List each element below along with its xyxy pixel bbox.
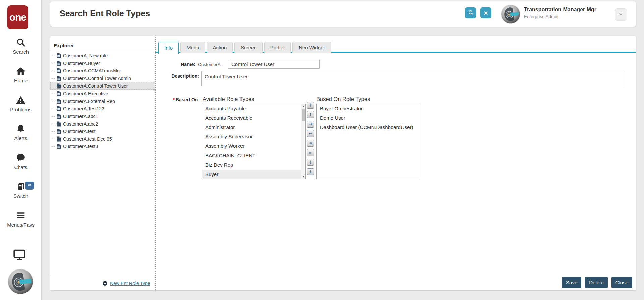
tree-item[interactable]: CustomerA.Test123 [50, 105, 155, 113]
sidebar-item-label: Chats [14, 164, 27, 170]
sidebar-item-menus-favs[interactable]: Menus/Favs [0, 210, 42, 231]
sidebar-item-home[interactable]: Home [0, 66, 42, 87]
move-down-button[interactable]: ↓ [307, 159, 314, 166]
save-button[interactable]: Save [562, 277, 581, 288]
tree-item[interactable]: CustomerA.test-Dec 05 [50, 135, 155, 143]
tree-item[interactable]: CustomerA.test3 [50, 143, 155, 151]
page-header: Search Ent Role Types × Transportation M… [50, 1, 636, 27]
tree-item[interactable]: CustomerA.test [50, 128, 155, 135]
search-icon [15, 37, 26, 48]
sidebar-item-search[interactable]: Search [0, 37, 42, 58]
document-icon [56, 144, 61, 149]
available-role-item[interactable]: Assembly Supervisor [202, 132, 301, 141]
sidebar-item-label: Problems [10, 107, 31, 112]
move-all-right-button[interactable]: ↠ [307, 140, 314, 147]
close-page-button[interactable]: × [480, 7, 491, 18]
sidebar-item-problems[interactable]: Problems [0, 95, 42, 116]
document-icon [56, 91, 61, 96]
tree-item[interactable]: CustomerA.Executive [50, 90, 155, 98]
new-link-label[interactable]: New Ent Role Type [110, 281, 150, 286]
based-on-role-item[interactable]: Demo User [317, 113, 419, 123]
tree-connector [52, 146, 55, 147]
sidebar-item-label: Alerts [14, 135, 27, 141]
tree-connector [52, 131, 55, 132]
page-title: Search Ent Role Types [60, 9, 150, 18]
available-role-item[interactable]: Accounts Receivable [202, 113, 301, 123]
tab-menu[interactable]: Menu [180, 42, 205, 53]
description-label: Description: [164, 73, 199, 79]
chats-icon [15, 152, 26, 163]
list-scrollbar[interactable]: ▲ ▼ [301, 104, 305, 179]
tree-item[interactable]: CustomerA.abc2 [50, 120, 155, 128]
available-role-item[interactable]: Buyer [202, 170, 301, 179]
switch-badge[interactable] [25, 182, 34, 190]
tree-connector [52, 124, 55, 124]
close-button[interactable]: Close [611, 277, 632, 288]
tab-info[interactable]: Info [158, 42, 179, 54]
tree-connector [52, 139, 55, 139]
tab-portlet[interactable]: Portlet [264, 42, 291, 53]
scroll-down-icon[interactable]: ▼ [301, 174, 306, 179]
available-role-types-list: Accounts PayableAccounts ReceivableAdmin… [202, 104, 306, 179]
document-icon [56, 106, 61, 111]
tree-item-label: CustomerA.abc2 [63, 121, 98, 127]
document-icon [56, 61, 61, 66]
home-icon [15, 66, 26, 76]
sidebar-item-chats[interactable]: Chats [0, 152, 42, 174]
available-role-item[interactable]: Accounts Payable [202, 104, 301, 113]
app-logo[interactable]: one [7, 5, 28, 29]
tab-action[interactable]: Action [207, 42, 233, 53]
tab-screen[interactable]: Screen [234, 42, 263, 53]
tree-item[interactable]: CustomerA.CCMATransMgr [50, 67, 155, 75]
available-role-types-header: Available Role Types [203, 96, 254, 102]
available-role-item[interactable]: Biz Dev Rep [202, 160, 301, 170]
move-left-button[interactable]: ← [307, 130, 314, 137]
scroll-up-icon[interactable]: ▲ [301, 104, 306, 109]
explorer-title: Explorer [54, 43, 74, 48]
available-role-item[interactable]: Assembly Worker [202, 141, 301, 151]
switch-icon [15, 181, 26, 192]
sidebar-item-switch[interactable]: Switch [0, 181, 42, 202]
move-right-button[interactable]: → [307, 121, 314, 128]
tree-item[interactable]: CustomerA. New role [50, 52, 155, 60]
delete-button[interactable]: Delete [585, 277, 607, 288]
name-prefix: CustomerA . [198, 62, 223, 67]
move-all-left-button[interactable]: ↞ [307, 149, 314, 156]
tree-item[interactable]: CustomerA.Control Tower User [50, 82, 155, 90]
desktop-icon[interactable] [12, 248, 30, 263]
tree-connector [52, 109, 55, 109]
refresh-button[interactable] [465, 7, 476, 18]
tree-item[interactable]: CustomerA.abc1 [50, 113, 155, 120]
explorer-splitter[interactable] [155, 36, 156, 290]
user-avatar[interactable] [501, 5, 520, 23]
description-input[interactable]: Control Tower User [201, 71, 623, 86]
tree-item[interactable]: CustomerA.Control Tower Admin [50, 75, 155, 82]
tree-item[interactable]: CustomerA.Buyer [50, 60, 155, 67]
name-input[interactable] [228, 60, 320, 69]
tree-item-label: CustomerA. New role [63, 53, 108, 58]
sidebar-item-label: Home [14, 78, 28, 83]
move-bottom-button[interactable]: ↡ [307, 168, 314, 175]
tree-item-label: CustomerA.CCMATransMgr [63, 68, 121, 73]
sidebar-avatar[interactable] [8, 269, 33, 294]
tree-connector [52, 56, 55, 56]
based-on-label: *Based On: [159, 97, 199, 102]
required-marker: * [173, 97, 175, 102]
new-ent-role-type-link[interactable]: New Ent Role Type [102, 279, 150, 287]
refresh-icon [467, 9, 474, 17]
tree-item[interactable]: CustomerA.External Rep [50, 98, 155, 105]
based-on-role-item[interactable]: Dashboard User (CCMN.DashboardUser) [317, 123, 419, 132]
move-up-button[interactable]: ↑ [307, 111, 314, 118]
user-menu-button[interactable] [615, 8, 627, 21]
available-role-item[interactable]: Administrator [202, 123, 301, 132]
tree-connector [52, 116, 55, 117]
move-top-button[interactable]: ↟ [307, 102, 314, 109]
tree-item-label: CustomerA.Test123 [63, 106, 104, 111]
tree-connector [52, 86, 55, 86]
available-role-item[interactable]: BACKCHAIN_CLIENT [202, 151, 301, 160]
scroll-thumb[interactable] [302, 109, 305, 121]
tab-neo-widget[interactable]: Neo Widget [292, 42, 331, 53]
plus-circle-icon [102, 281, 108, 286]
sidebar-item-alerts[interactable]: Alerts [0, 123, 42, 145]
based-on-role-item[interactable]: Buyer Orchestrator [317, 104, 419, 113]
